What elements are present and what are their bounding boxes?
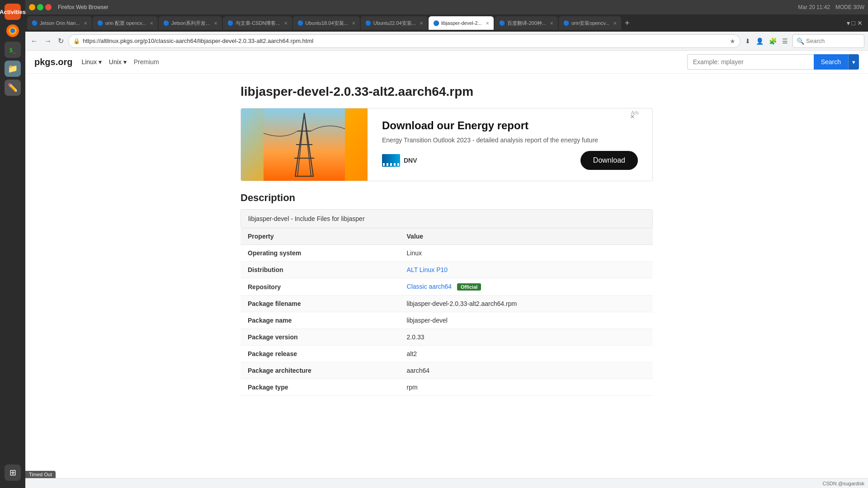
files-icon[interactable]: 📁: [5, 61, 21, 77]
extensions-icon[interactable]: 🧩: [767, 36, 778, 47]
tab-favicon: 🔵: [227, 20, 234, 26]
nav-unix[interactable]: Unix ▾: [109, 58, 127, 66]
property-label: Distribution: [241, 262, 400, 278]
tab-close-icon[interactable]: ✕: [214, 21, 217, 26]
nav-linux[interactable]: Linux ▾: [81, 58, 101, 66]
forward-button[interactable]: →: [42, 35, 53, 47]
table-row: Operating system Linux: [241, 245, 653, 262]
app-grid-icon[interactable]: ⊞: [5, 465, 21, 481]
dnv-logo: [382, 154, 400, 167]
tab-favicon: 🔵: [433, 20, 439, 26]
site-logo[interactable]: pkgs.org: [34, 57, 72, 67]
tab-ubuntu22[interactable]: 🔵 Ubuntu22.04安装... ✕: [361, 16, 428, 30]
tab-close-icon[interactable]: ✕: [486, 21, 489, 26]
property-label: Package release: [241, 346, 400, 362]
tab-close-icon[interactable]: ✕: [84, 21, 87, 26]
restore-button[interactable]: □: [852, 19, 855, 27]
tab-close-icon[interactable]: ✕: [613, 21, 617, 26]
reload-button[interactable]: ↻: [56, 35, 66, 47]
official-badge: Official: [457, 283, 481, 291]
tab-favicon: 🔵: [97, 20, 104, 26]
datetime: Mar 20 11:42: [798, 4, 830, 10]
tab-list-button[interactable]: ▾: [847, 19, 850, 27]
site-search-area: Search ▾: [687, 54, 859, 70]
download-icon[interactable]: ⬇: [743, 36, 752, 47]
tab-orin-opencv[interactable]: 🔵 orin 配置 opencv... ✕: [93, 16, 158, 30]
ad-close-button[interactable]: ✕: [630, 113, 635, 120]
repository-link[interactable]: Classic aarch64: [407, 283, 452, 290]
nav-premium[interactable]: Premium: [134, 58, 159, 66]
browser-search-input[interactable]: [806, 38, 860, 44]
property-value: rpm: [400, 379, 653, 396]
site-search-input[interactable]: [687, 54, 814, 70]
ad-download-button[interactable]: Download: [580, 151, 638, 170]
new-tab-button[interactable]: +: [622, 19, 632, 28]
tab-baidu[interactable]: 🔵 百度翻译-200种... ✕: [495, 16, 558, 30]
address-bar-input-wrap[interactable]: 🔒 ★: [68, 34, 741, 48]
title-bar: Firefox Web Browser Mar 20 11:42 MODE 30…: [25, 0, 868, 14]
browser-title: Firefox Web Browser: [58, 4, 108, 10]
menu-icon[interactable]: ☰: [780, 36, 790, 47]
tab-close-icon[interactable]: ✕: [150, 21, 153, 26]
ad-label: Ads ✕: [631, 110, 639, 115]
firefox-icon[interactable]: [5, 23, 21, 39]
tab-favicon: 🔵: [499, 20, 505, 26]
tab-close-icon[interactable]: ✕: [550, 21, 553, 26]
minimize-button[interactable]: [29, 4, 35, 10]
site-search-button[interactable]: Search: [814, 54, 848, 70]
close-window-button[interactable]: ✕: [857, 19, 863, 27]
table-row: Package architecture aarch64: [241, 362, 653, 379]
tab-favicon: 🔵: [32, 20, 38, 26]
terminal-icon[interactable]: $_: [5, 42, 21, 58]
property-label: Package architecture: [241, 362, 400, 379]
tab-csdn[interactable]: 🔵 与文章-CSDN博客... ✕: [223, 16, 292, 30]
tab-favicon: 🔵: [297, 20, 304, 26]
lock-icon: 🔒: [73, 38, 80, 44]
ad-brand: DNV: [382, 154, 417, 167]
browser-window: Firefox Web Browser Mar 20 11:42 MODE 30…: [25, 0, 868, 488]
property-value: Linux: [400, 245, 653, 262]
site-search-dropdown[interactable]: ▾: [848, 54, 859, 70]
distribution-link[interactable]: ALT Linux P10: [407, 266, 448, 273]
main-content-area: libjasper-devel-2.0.33-alt2.aarch64.rpm …: [230, 74, 664, 407]
tab-orin-install[interactable]: 🔵 orin安装opencv... ✕: [559, 16, 621, 30]
close-button[interactable]: [45, 4, 52, 10]
tab-favicon: 🔵: [163, 20, 170, 26]
timed-out-badge: Timed Out: [25, 471, 56, 478]
tab-favicon: 🔵: [365, 20, 372, 26]
address-input[interactable]: [83, 38, 727, 44]
property-value: libjasper-devel-2.0.33-alt2.aarch64.rpm: [400, 296, 653, 312]
tab-jetson-dev[interactable]: 🔵 Jetson系列开发... ✕: [159, 16, 222, 30]
ad-body-text: Energy Transition Outlook 2023 - detaile…: [382, 136, 638, 145]
property-label: Repository: [241, 278, 400, 296]
tab-jetson-orin[interactable]: 🔵 Jetson Orin Nan... ✕: [27, 16, 92, 30]
activities-button[interactable]: Activities: [5, 4, 21, 20]
tab-libjasper[interactable]: 🔵 libjasper-devel-2... ✕: [429, 16, 494, 30]
tab-favicon: 🔵: [563, 20, 570, 26]
tab-bar: 🔵 Jetson Orin Nan... ✕ 🔵 orin 配置 opencv.…: [25, 14, 868, 32]
ad-content-body: Download our Energy report Energy Transi…: [382, 119, 638, 145]
tab-close-icon[interactable]: ✕: [420, 21, 423, 26]
property-label: Operating system: [241, 245, 400, 262]
tab-label: 百度翻译-200种...: [507, 20, 546, 27]
ad-heading: Download our Energy report: [382, 119, 638, 132]
tab-close-icon[interactable]: ✕: [284, 21, 288, 26]
status-bar: CSDN @sugardisk: [25, 478, 868, 488]
ad-brand-name: DNV: [404, 157, 417, 164]
bookmark-icon[interactable]: ★: [730, 38, 736, 45]
property-label: Package version: [241, 329, 400, 346]
tab-label: Jetson Orin Nan...: [40, 20, 80, 26]
tab-label: orin 配置 opencv...: [105, 20, 146, 27]
table-row: Package release alt2: [241, 346, 653, 362]
tab-ubuntu18[interactable]: 🔵 Ubuntu18.04安装... ✕: [293, 16, 360, 30]
text-editor-icon[interactable]: ✏️: [5, 80, 21, 96]
property-value: 2.0.33: [400, 329, 653, 346]
maximize-button[interactable]: [37, 4, 43, 10]
profile-icon[interactable]: 👤: [754, 36, 765, 47]
tab-close-icon[interactable]: ✕: [352, 21, 355, 26]
tab-label: orin安装opencv...: [571, 20, 609, 27]
back-button[interactable]: ←: [29, 35, 40, 47]
table-row: Repository Classic aarch64 Official: [241, 278, 653, 296]
tab-label: Ubuntu22.04安装...: [373, 20, 416, 27]
site-nav-bar: pkgs.org Linux ▾ Unix ▾ Premium Search ▾: [25, 51, 868, 74]
